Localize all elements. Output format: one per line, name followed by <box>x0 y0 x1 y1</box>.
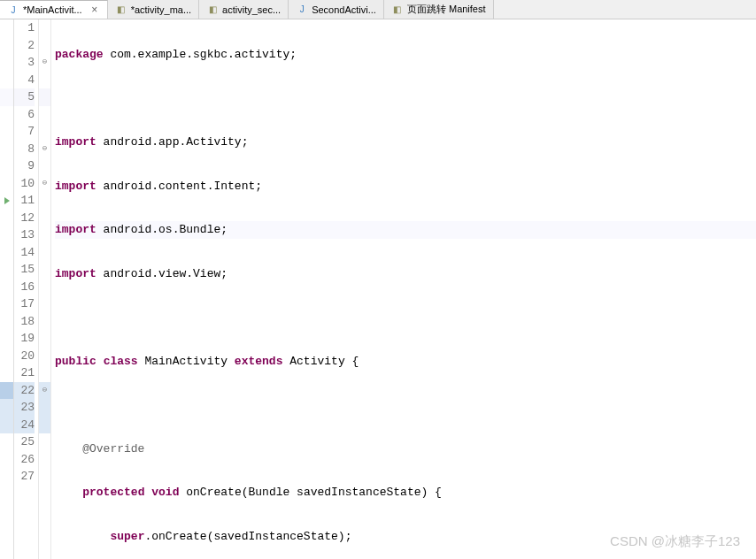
tab-label: SecondActivi... <box>312 4 376 15</box>
tab-label: *activity_ma... <box>131 4 191 15</box>
fold-toggle-icon[interactable]: ⊖ <box>39 54 50 72</box>
tab-manifest[interactable]: ◧ 页面跳转 Manifest <box>384 0 494 19</box>
tab-second-activity[interactable]: J SecondActivi... <box>289 0 384 19</box>
xml-file-icon: ◧ <box>206 4 219 16</box>
change-marker-icon[interactable] <box>0 382 13 400</box>
fold-toggle-icon[interactable]: ⊖ <box>39 141 50 158</box>
code-area[interactable]: package com.example.sgkbc.activity; impo… <box>51 19 756 559</box>
fold-toggle-icon[interactable]: ⊖ <box>39 382 50 400</box>
fold-column: ⊖ ⊖ ⊖ ⊖ <box>39 19 51 559</box>
warning-marker-icon[interactable] <box>0 192 13 210</box>
java-file-icon: J <box>296 4 308 16</box>
tab-label: *MainActivit... <box>23 4 82 15</box>
fold-toggle-icon[interactable]: ⊖ <box>39 175 50 193</box>
tab-activity-main-xml[interactable]: ◧ *activity_ma... <box>108 0 199 19</box>
xml-file-icon: ◧ <box>391 4 404 16</box>
tab-label: 页面跳转 Manifest <box>407 3 486 16</box>
tab-label: activity_sec... <box>222 4 281 15</box>
tab-main-activity[interactable]: J *MainActivit... × <box>0 0 108 19</box>
line-numbers: 1 2 3 4 5 6 7 8 9 10 11 12 13 14 15 16 1… <box>14 19 39 559</box>
xml-file-icon: ◧ <box>115 4 127 16</box>
editor-tabs: J *MainActivit... × ◧ *activity_ma... ◧ … <box>0 0 756 19</box>
tab-activity-sec-xml[interactable]: ◧ activity_sec... <box>199 0 289 19</box>
watermark: CSDN @冰糖李子123 <box>610 533 740 550</box>
java-file-icon: J <box>7 4 19 16</box>
code-editor[interactable]: 1 2 3 4 5 6 7 8 9 10 11 12 13 14 15 16 1… <box>0 19 756 559</box>
marker-column <box>0 19 14 559</box>
close-icon[interactable]: × <box>89 4 100 15</box>
